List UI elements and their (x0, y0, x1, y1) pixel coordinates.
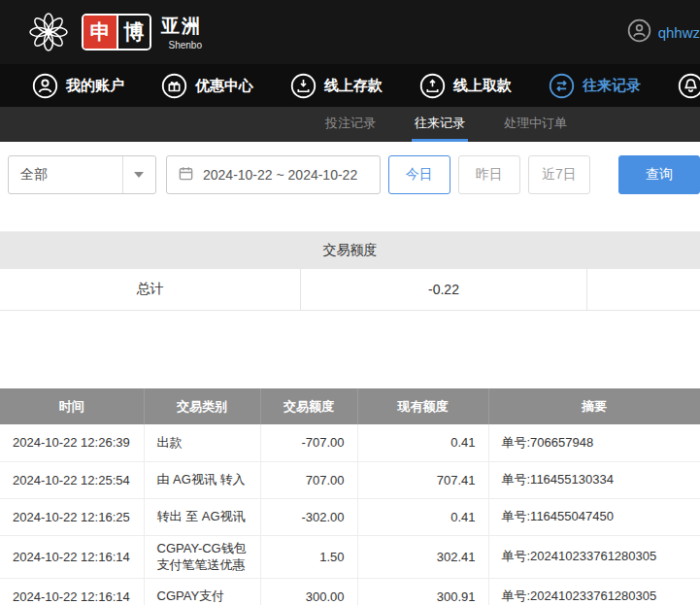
cell-amount: 707.00 (260, 461, 357, 498)
cell-amount: 1.50 (260, 535, 357, 578)
withdraw-icon (419, 73, 446, 99)
query-button[interactable]: 查询 (618, 155, 700, 194)
nav-label: 线上存款 (324, 77, 383, 95)
cell-balance: 302.41 (357, 535, 488, 578)
col-header-time: 时间 (0, 388, 144, 424)
cell-balance: 300.91 (357, 578, 488, 605)
filter-bar: 全部 2024-10-22 ~ 2024-10-22 今日 昨日 近7日 查询 (8, 155, 700, 194)
brand-wordmark: 申 博 (82, 14, 151, 50)
header-row: 时间 交易类别 交易额度 现有额度 摘要 (0, 388, 700, 424)
nav-item-my-account[interactable]: 我的账户 (14, 64, 143, 107)
tab-processing-orders[interactable]: 处理中订单 (501, 107, 570, 142)
brand-region: 亚洲 Shenbo (161, 14, 202, 50)
nav-item-transaction-records[interactable]: 往来记录 (530, 64, 659, 107)
calendar-icon (178, 165, 194, 185)
cell-time: 2024-10-22 12:26:39 (0, 424, 144, 461)
date-range-value: 2024-10-22 ~ 2024-10-22 (203, 167, 357, 183)
nav-label: 线上取款 (453, 77, 512, 95)
nav-item-promotions[interactable]: 优惠中心 (143, 64, 272, 107)
cell-type: CGPAY-CG钱包支付笔笔送优惠 (144, 535, 260, 578)
cell-amount: 300.00 (260, 578, 357, 605)
table-row: 2024-10-22 12:26:39出款-707.000.41单号:70665… (0, 424, 700, 461)
cell-balance: 0.41 (357, 424, 488, 461)
cell-summary: 单号:202410233761280305 (488, 578, 700, 605)
cell-time: 2024-10-22 12:25:54 (0, 461, 144, 498)
brand-char-bo: 博 (117, 16, 150, 49)
brand-region-label: 亚洲 (161, 14, 202, 39)
account-icon (32, 73, 58, 99)
record-subtabs: 投注记录 往来记录 处理中订单 (0, 107, 700, 142)
records-table-body: 2024-10-22 12:26:39出款-707.000.41单号:70665… (0, 424, 700, 605)
cell-type: CGPAY支付 (144, 578, 260, 605)
cell-type: 出款 (144, 424, 260, 461)
cell-time: 2024-10-22 12:16:14 (0, 535, 144, 578)
date-range-picker[interactable]: 2024-10-22 ~ 2024-10-22 (166, 155, 381, 194)
records-table-head: 时间 交易类别 交易额度 现有额度 摘要 (0, 388, 700, 424)
table-row: 2024-10-22 12:25:54由 AG视讯 转入707.00707.41… (0, 461, 700, 498)
nav-item-deposit[interactable]: 线上存款 (272, 64, 401, 107)
tab-bet-records[interactable]: 投注记录 (322, 107, 379, 142)
nav-item-messages[interactable]: 信息 (659, 64, 700, 107)
cell-amount: -302.00 (260, 498, 357, 535)
table-row: 2024-10-22 12:16:25转出 至 AG视讯-302.000.41单… (0, 498, 700, 535)
user-account[interactable]: qhhwz (627, 18, 700, 47)
summary-total-value: -0.22 (301, 269, 587, 310)
deposit-icon (290, 73, 317, 99)
brand-char-shen: 申 (83, 16, 117, 49)
bell-icon (678, 73, 700, 99)
cell-summary: 单号:116455047450 (488, 498, 700, 535)
nav-item-withdraw[interactable]: 线上取款 (401, 64, 530, 107)
main-nav: 我的账户 优惠中心 线上存款 线上取款 往来记录 (0, 64, 700, 107)
username-label: qhhwz (658, 24, 700, 41)
cell-time: 2024-10-22 12:16:25 (0, 498, 144, 535)
records-icon (549, 73, 575, 99)
yesterday-button[interactable]: 昨日 (458, 155, 520, 194)
category-selected-value: 全部 (9, 166, 122, 184)
last7days-button[interactable]: 近7日 (528, 155, 590, 194)
cell-summary: 单号:706657948 (488, 424, 700, 461)
col-header-amount: 交易额度 (260, 388, 357, 424)
summary-table: 交易额度 总计 -0.22 (0, 231, 700, 311)
nav-label: 我的账户 (66, 77, 124, 95)
brand-logo[interactable]: 申 博 亚洲 Shenbo (25, 9, 202, 55)
summary-total-label: 总计 (0, 269, 301, 310)
today-button[interactable]: 今日 (388, 155, 450, 194)
page: 申 博 亚洲 Shenbo qhhwz 我的账户 (0, 0, 700, 605)
cell-summary: 单号:202410233761280305 (488, 535, 700, 578)
col-header-balance: 现有额度 (357, 388, 488, 424)
select-caret-zone (122, 156, 155, 193)
cell-balance: 0.41 (357, 498, 488, 535)
avatar-icon (627, 18, 651, 47)
cell-balance: 707.41 (357, 461, 488, 498)
chevron-down-icon (134, 172, 144, 178)
col-header-summary: 摘要 (488, 388, 700, 424)
table-row: 2024-10-22 12:16:14CGPAY-CG钱包支付笔笔送优惠1.50… (0, 535, 700, 578)
brand-subtitle: Shenbo (169, 40, 202, 50)
nav-label: 优惠中心 (195, 77, 253, 95)
cell-time: 2024-10-22 12:16:14 (0, 578, 144, 605)
flower-logo-icon (25, 9, 72, 55)
table-row: 2024-10-22 12:16:14CGPAY支付300.00300.91单号… (0, 578, 700, 605)
summary-empty-cell (587, 269, 700, 310)
top-header: 申 博 亚洲 Shenbo qhhwz (0, 0, 700, 64)
tab-transaction-records[interactable]: 往来记录 (412, 107, 468, 142)
cell-type: 由 AG视讯 转入 (144, 461, 260, 498)
col-header-type: 交易类别 (144, 388, 260, 424)
summary-total-row: 总计 -0.22 (0, 269, 700, 311)
category-select[interactable]: 全部 (8, 155, 156, 194)
summary-header: 交易额度 (0, 232, 700, 269)
cell-summary: 单号:116455130334 (488, 461, 700, 498)
cell-amount: -707.00 (260, 424, 357, 461)
gift-icon (161, 73, 187, 99)
records-table: 时间 交易类别 交易额度 现有额度 摘要 2024-10-22 12:26:39… (0, 388, 700, 605)
nav-label: 往来记录 (583, 77, 641, 95)
cell-type: 转出 至 AG视讯 (144, 498, 260, 535)
